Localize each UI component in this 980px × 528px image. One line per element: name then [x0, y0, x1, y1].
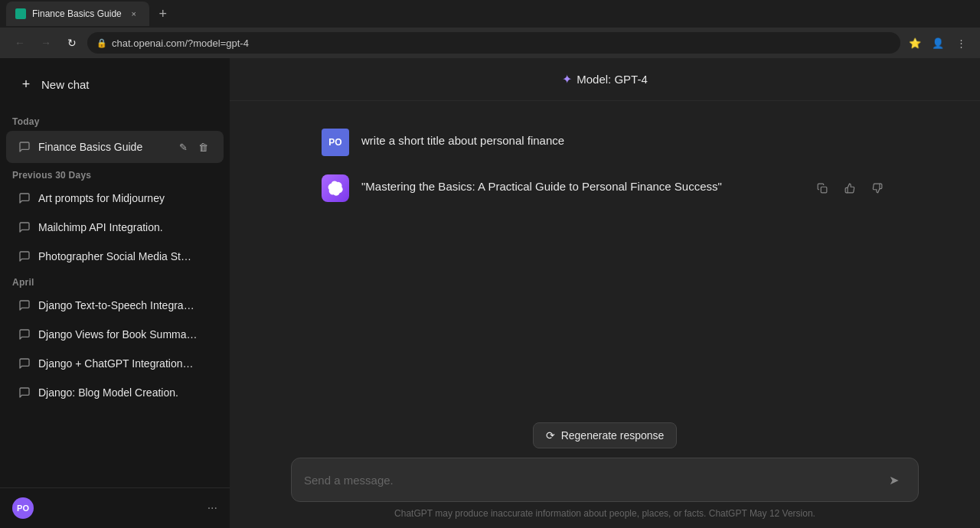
thumbup-button[interactable] [839, 178, 861, 199]
tab-bar: Finance Basics Guide × + [0, 0, 980, 28]
delete-chat-button[interactable]: 🗑 [194, 139, 211, 155]
chat-icon-django-tts [18, 299, 31, 311]
lock-icon: 🔒 [96, 38, 107, 48]
send-button[interactable]: ➤ [881, 468, 906, 492]
chat-item-photographer-label: Photographer Social Media St… [38, 250, 211, 262]
app-layout: + New chat Today Finance Basics Guide ✎ … [0, 58, 980, 528]
extensions-button[interactable]: ⭐ [905, 33, 925, 53]
chat-item-finance-label: Finance Basics Guide [38, 141, 167, 153]
url-text: chat.openai.com/?model=gpt-4 [112, 37, 249, 49]
chat-item-django-blog-label: Django: Blog Model Creation. [38, 386, 211, 399]
edit-chat-button[interactable]: ✎ [175, 139, 191, 155]
user-avatar-msg: PO [322, 129, 349, 156]
sidebar: + New chat Today Finance Basics Guide ✎ … [0, 58, 230, 528]
chat-bottom: ⟳ Regenerate response ➤ ChatGPT may prod… [230, 413, 980, 528]
chat-item-django-chatgpt[interactable]: Django + ChatGPT Integration… [6, 350, 224, 377]
profile-button[interactable]: 👤 [928, 33, 948, 53]
section-previous-30: Previous 30 Days [0, 164, 230, 184]
main-chat-area: ✦ Model: GPT-4 PO write a short title ab… [230, 58, 980, 528]
new-chat-label: New chat [41, 78, 90, 91]
section-today: Today [0, 110, 230, 130]
input-row: ➤ [291, 458, 919, 502]
active-tab[interactable]: Finance Basics Guide × [6, 2, 149, 26]
user-avatar: PO [12, 497, 34, 519]
chat-item-django-views-label: Django Views for Book Summa… [38, 328, 211, 341]
chat-icon-django-chatgpt [18, 357, 31, 370]
svg-rect-0 [821, 187, 827, 193]
chat-item-mailchimp-label: Mailchimp API Integration. [38, 221, 211, 233]
thumbdown-button[interactable] [867, 178, 888, 199]
tab-close-button[interactable]: × [128, 8, 140, 20]
plus-icon: + [18, 77, 34, 92]
new-chat-button[interactable]: + New chat [6, 64, 224, 104]
chat-header: ✦ Model: GPT-4 [230, 58, 980, 101]
message-actions [812, 174, 888, 202]
chat-item-art-prompts[interactable]: Art prompts for Midjourney [6, 184, 224, 212]
gpt-avatar-msg [322, 174, 349, 202]
message-input[interactable] [304, 474, 875, 487]
chat-icon-mailchimp [18, 221, 31, 233]
new-tab-button[interactable]: + [152, 3, 174, 24]
sidebar-user-area[interactable]: PO ··· [0, 487, 230, 528]
regenerate-row: ⟳ Regenerate response [291, 422, 919, 448]
tab-favicon [15, 8, 26, 19]
forward-button[interactable]: → [35, 32, 57, 54]
url-bar[interactable]: 🔒 chat.openai.com/?model=gpt-4 [87, 32, 900, 54]
chat-item-django-chatgpt-label: Django + ChatGPT Integration… [38, 357, 211, 370]
browser-chrome: Finance Basics Guide × + ← → ↻ 🔒 chat.op… [0, 0, 980, 58]
chat-item-finance-actions: ✎ 🗑 [175, 139, 211, 155]
chat-item-django-views[interactable]: Django Views for Book Summa… [6, 321, 224, 348]
chat-item-photographer[interactable]: Photographer Social Media St… [6, 243, 224, 270]
sparkle-icon: ✦ [562, 72, 572, 86]
user-menu-button[interactable]: ··· [207, 501, 217, 515]
tab-title: Finance Basics Guide [32, 8, 122, 19]
model-indicator: ✦ Model: GPT-4 [562, 72, 648, 86]
section-april: April [0, 271, 230, 291]
chat-icon-photographer [18, 250, 31, 262]
chat-item-django-tts[interactable]: Django Text-to-Speech Integra… [6, 292, 224, 319]
regenerate-label: Regenerate response [561, 429, 665, 442]
chat-item-art-label: Art prompts for Midjourney [38, 192, 211, 204]
back-button[interactable]: ← [9, 32, 31, 54]
messages-area: PO write a short title about personal fi… [230, 101, 980, 413]
model-label: Model: GPT-4 [577, 73, 648, 86]
regenerate-icon: ⟳ [546, 429, 555, 442]
menu-button[interactable]: ⋮ [951, 33, 971, 53]
nav-bar: ← → ↻ 🔒 chat.openai.com/?model=gpt-4 ⭐ 👤… [0, 28, 980, 58]
assistant-message-row: "Mastering the Basics: A Practical Guide… [260, 165, 949, 211]
assistant-message-content: "Mastering the Basics: A Practical Guide… [361, 174, 799, 202]
chat-icon-art [18, 192, 31, 204]
chat-item-django-tts-label: Django Text-to-Speech Integra… [38, 299, 211, 311]
user-message-row: PO write a short title about personal fi… [260, 119, 949, 165]
user-message-content: write a short title about personal finan… [361, 129, 888, 156]
regenerate-button[interactable]: ⟳ Regenerate response [533, 422, 678, 448]
chat-item-finance-basics[interactable]: Finance Basics Guide ✎ 🗑 [6, 131, 224, 163]
refresh-button[interactable]: ↻ [61, 32, 83, 54]
nav-actions: ⭐ 👤 ⋮ [905, 33, 971, 53]
copy-message-button[interactable] [812, 178, 833, 199]
chat-icon [18, 141, 31, 153]
chat-icon-django-views [18, 328, 31, 341]
chat-item-django-blog[interactable]: Django: Blog Model Creation. [6, 379, 224, 406]
footer-disclaimer: ChatGPT may produce inaccurate informati… [291, 502, 919, 528]
chat-item-mailchimp[interactable]: Mailchimp API Integration. [6, 213, 224, 241]
chat-icon-django-blog [18, 386, 31, 399]
